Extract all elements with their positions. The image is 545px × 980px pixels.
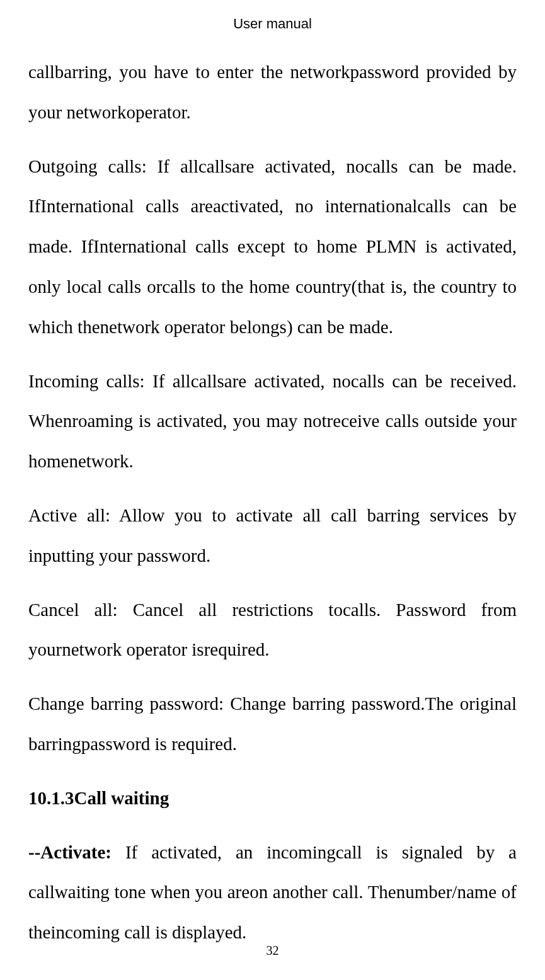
paragraph-change-password: Change barring password: Change barring … [28, 684, 517, 765]
page-number: 32 [0, 943, 545, 958]
paragraph-cancel-all: Cancel all: Cancel all restrictions toca… [28, 590, 517, 671]
paragraph-outgoing-calls: Outgoing calls: If allcallsare activated… [28, 147, 517, 348]
paragraph-callbarring-intro: callbarring, you have to enter the netwo… [28, 52, 517, 133]
document-page: User manual callbarring, you have to ent… [0, 0, 545, 953]
paragraph-active-all: Active all: Allow you to activate all ca… [28, 496, 517, 576]
paragraph-activate: --Activate: If activated, an incomingcal… [28, 833, 517, 953]
activate-label: --Activate: [28, 842, 125, 862]
paragraph-incoming-calls: Incoming calls: If allcallsare activated… [28, 362, 517, 482]
section-heading-call-waiting: 10.1.3Call waiting [28, 778, 517, 819]
page-header: User manual [28, 16, 517, 32]
